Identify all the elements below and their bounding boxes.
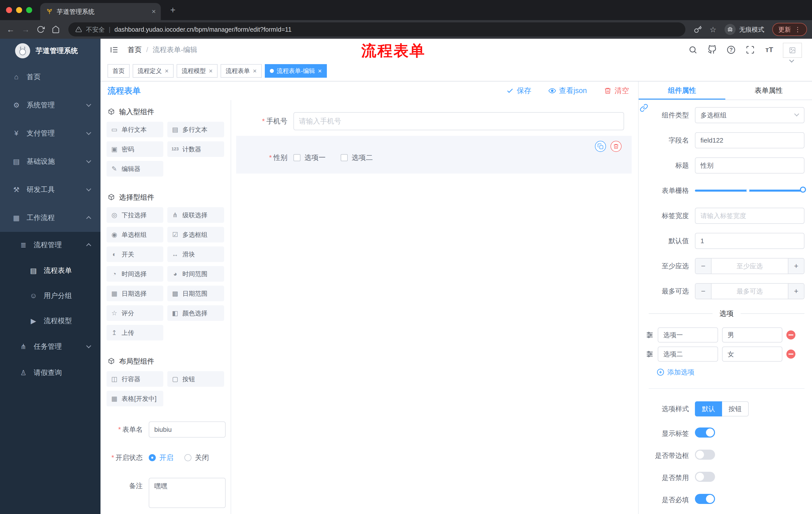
delete-widget-button[interactable] bbox=[610, 141, 621, 152]
tab-component-props[interactable]: 组件属性 bbox=[639, 81, 725, 100]
forward-button[interactable]: → bbox=[20, 24, 31, 35]
sidebar-item-system[interactable]: ⚙ 系统管理 bbox=[0, 91, 100, 119]
link-icon[interactable] bbox=[640, 104, 648, 114]
sidebar-toggle-icon[interactable] bbox=[109, 44, 120, 55]
label-width-input[interactable] bbox=[695, 208, 805, 224]
field-name-input[interactable] bbox=[695, 132, 805, 148]
palette-item-rate[interactable]: ☆评分 bbox=[107, 305, 163, 321]
sidebar-item-devtools[interactable]: ⚒ 研发工具 bbox=[0, 175, 100, 204]
decrease-button[interactable]: − bbox=[695, 283, 712, 299]
sidebar-item-task-management[interactable]: ⋔ 任务管理 bbox=[0, 333, 100, 360]
sidebar-item-process-form[interactable]: ▤ 流程表单 bbox=[0, 258, 100, 283]
palette-item-select[interactable]: ◎下拉选择 bbox=[107, 207, 163, 223]
option-value-input[interactable] bbox=[722, 347, 782, 361]
slider-handle[interactable] bbox=[800, 187, 806, 193]
palette-item-radio-group[interactable]: ◉单选框组 bbox=[107, 227, 163, 242]
new-tab-button[interactable]: + bbox=[166, 3, 180, 17]
sidebar-item-infrastructure[interactable]: ▤ 基础设施 bbox=[0, 147, 100, 175]
palette-item-button[interactable]: ▢按钮 bbox=[167, 371, 224, 387]
reload-button[interactable] bbox=[35, 24, 46, 35]
tag-close-icon[interactable]: × bbox=[165, 67, 169, 74]
tab-close-icon[interactable]: × bbox=[152, 7, 156, 16]
selected-widget[interactable]: *性别 选项一 选项二 bbox=[236, 136, 632, 173]
phone-field-row[interactable]: *手机号 bbox=[236, 112, 624, 130]
show-label-toggle[interactable] bbox=[695, 428, 715, 437]
view-json-button[interactable]: 查看json bbox=[548, 86, 587, 96]
sidebar-item-process-management[interactable]: ≣ 流程管理 bbox=[0, 232, 100, 258]
palette-item-checkbox-group[interactable]: ☑多选框组 bbox=[167, 227, 224, 242]
tag-process-form-edit[interactable]: 流程表单-编辑× bbox=[265, 64, 327, 78]
clear-button[interactable]: 清空 bbox=[604, 86, 629, 96]
palette-item-slider[interactable]: ↔滑块 bbox=[167, 246, 224, 262]
fullscreen-icon[interactable] bbox=[745, 44, 756, 55]
user-avatar[interactable] bbox=[783, 43, 802, 60]
option-name-input[interactable] bbox=[658, 347, 718, 361]
gender-option1-checkbox[interactable]: 选项一 bbox=[293, 153, 326, 162]
option-drag-icon[interactable] bbox=[646, 350, 654, 358]
home-button[interactable] bbox=[50, 24, 61, 35]
tab-form-props[interactable]: 表单属性 bbox=[725, 81, 812, 100]
github-icon[interactable] bbox=[706, 44, 718, 55]
window-minimize-button[interactable] bbox=[16, 7, 22, 13]
stepper-placeholder[interactable]: 最多可选 bbox=[712, 283, 788, 299]
border-toggle[interactable] bbox=[695, 450, 715, 460]
add-option-button[interactable]: 添加选项 bbox=[657, 368, 812, 377]
back-button[interactable]: ← bbox=[5, 24, 16, 35]
required-toggle[interactable] bbox=[695, 494, 715, 504]
tag-close-icon[interactable]: × bbox=[253, 67, 257, 74]
palette-item-switch[interactable]: ◐开关 bbox=[107, 246, 163, 262]
sidebar-item-process-model[interactable]: ▶ 流程模型 bbox=[0, 308, 100, 333]
search-icon[interactable] bbox=[687, 44, 698, 55]
style-button-button[interactable]: 按钮 bbox=[722, 401, 749, 416]
tag-process-definition[interactable]: 流程定义× bbox=[133, 64, 174, 78]
grid-slider[interactable] bbox=[695, 183, 805, 199]
form-name-input[interactable] bbox=[149, 422, 226, 437]
font-size-icon[interactable]: ᴛT bbox=[764, 44, 775, 55]
breadcrumb-home[interactable]: 首页 bbox=[127, 45, 142, 55]
option-value-input[interactable] bbox=[722, 327, 782, 343]
tag-home[interactable]: 首页 bbox=[108, 64, 129, 78]
palette-item-date-range[interactable]: ▩日期范围 bbox=[167, 286, 224, 301]
save-button[interactable]: 保存 bbox=[506, 86, 531, 96]
component-type-select[interactable]: 多选框组 bbox=[695, 107, 805, 123]
default-value-input[interactable] bbox=[695, 233, 805, 249]
remark-textarea[interactable]: 嘿嘿 bbox=[149, 478, 226, 508]
sidebar-item-workflow[interactable]: ▦ 工作流程 bbox=[0, 204, 100, 232]
browser-menu-icon[interactable]: ⋮ bbox=[794, 26, 801, 33]
tag-close-icon[interactable]: × bbox=[209, 67, 212, 74]
palette-item-date-picker[interactable]: ▦日期选择 bbox=[107, 286, 163, 301]
phone-input[interactable] bbox=[293, 112, 624, 130]
sidebar-item-user-group[interactable]: ☺ 用户分组 bbox=[0, 283, 100, 308]
palette-item-table[interactable]: ▦表格[开发中] bbox=[107, 391, 163, 406]
status-on-radio[interactable]: 开启 bbox=[149, 453, 173, 462]
increase-button[interactable]: + bbox=[788, 259, 804, 274]
increase-button[interactable]: + bbox=[788, 283, 804, 299]
decrease-button[interactable]: − bbox=[695, 259, 712, 274]
window-close-button[interactable] bbox=[6, 7, 12, 13]
palette-item-time-picker[interactable]: ◔时间选择 bbox=[107, 266, 163, 282]
tag-close-icon[interactable]: × bbox=[318, 67, 322, 74]
option-name-input[interactable] bbox=[658, 327, 718, 343]
palette-item-multiline-text[interactable]: ▤多行文本 bbox=[167, 122, 224, 137]
help-icon[interactable]: ? bbox=[726, 44, 736, 55]
status-off-radio[interactable]: 关闭 bbox=[184, 453, 209, 462]
palette-item-cascader[interactable]: ⋔级联选择 bbox=[167, 207, 224, 223]
key-icon[interactable] bbox=[692, 24, 703, 35]
option-drag-icon[interactable] bbox=[646, 331, 654, 339]
form-canvas[interactable]: *手机号 *性别 bbox=[231, 100, 638, 514]
tag-process-model[interactable]: 流程模型× bbox=[177, 64, 218, 78]
palette-item-single-line-text[interactable]: ▭单行文本 bbox=[107, 122, 163, 137]
tag-process-form[interactable]: 流程表单× bbox=[221, 64, 262, 78]
browser-tab[interactable]: 芋道管理系统 × bbox=[40, 3, 161, 20]
bookmark-star-icon[interactable]: ☆ bbox=[707, 24, 719, 35]
title-input[interactable] bbox=[695, 157, 805, 173]
sidebar-item-payment[interactable]: ¥ 支付管理 bbox=[0, 119, 100, 147]
palette-item-time-range[interactable]: ◕时间范围 bbox=[167, 266, 224, 282]
disabled-toggle[interactable] bbox=[695, 472, 715, 482]
gender-field-row[interactable]: *性别 选项一 选项二 bbox=[245, 153, 622, 162]
sidebar-item-home[interactable]: ⌂ 首页 bbox=[0, 63, 100, 91]
slider-track[interactable] bbox=[695, 190, 805, 192]
palette-item-color-picker[interactable]: ◧颜色选择 bbox=[167, 305, 224, 321]
style-default-button[interactable]: 默认 bbox=[695, 401, 722, 416]
sidebar-item-leave-query[interactable]: ♙ 请假查询 bbox=[0, 360, 100, 386]
